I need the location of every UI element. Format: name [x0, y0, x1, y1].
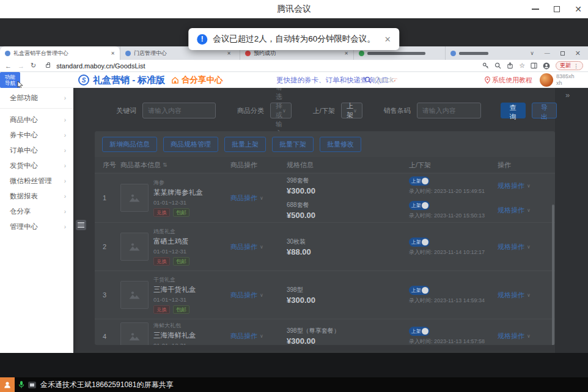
sidebar-item[interactable]: 管理中心 › — [0, 219, 73, 234]
shelf-toggle[interactable]: 上架 — [409, 176, 430, 186]
browser-tab[interactable]: 礼盒营销平台管理中心 ✕ — [0, 46, 120, 60]
spec-action-link[interactable]: 规格操作∨ — [498, 332, 531, 341]
side-panel-icon[interactable] — [531, 62, 537, 69]
entry-time: 录入时间: 2023-11-13 14:57:58 — [409, 338, 498, 345]
user-avatar[interactable] — [540, 73, 553, 87]
goods-action-link[interactable]: 商品操作∨ — [230, 332, 263, 341]
browser-update-button[interactable]: 更新 ⋮ — [556, 61, 583, 70]
shelf-toggle[interactable]: 上架 — [409, 286, 430, 295]
toolbar-button[interactable]: 批量下架 — [272, 137, 314, 152]
browser-minimize-icon[interactable]: — — [545, 50, 550, 56]
product-tag: 海鲜大礼包 — [153, 322, 196, 330]
minimize-icon[interactable] — [532, 9, 539, 10]
bookmark-star-icon[interactable]: ☆ — [519, 62, 525, 69]
badge: 兑换 — [153, 257, 170, 266]
barcode-input[interactable] — [417, 103, 481, 118]
chevron-down-icon: ∨ — [527, 208, 531, 213]
spec-action-link[interactable]: 规格操作∨ — [498, 206, 531, 215]
tab-search-chevron-icon[interactable]: ∨ — [530, 50, 534, 56]
tutorial-link[interactable]: 系统使用教程 — [485, 72, 532, 88]
goods-action-link[interactable]: 商品操作∨ — [230, 194, 263, 203]
tab-close-icon[interactable]: ✕ — [227, 51, 231, 56]
browser-maximize-icon[interactable] — [560, 51, 565, 56]
product-image-placeholder — [120, 233, 149, 261]
browser-tab-partial[interactable] — [445, 46, 501, 60]
export-button[interactable]: 导出 — [532, 103, 557, 118]
collapse-chevrons-icon[interactable]: » — [565, 90, 570, 100]
shelf-select[interactable]: 上架 ∨ — [341, 103, 362, 118]
sidebar-item[interactable]: 商品中心 › — [0, 112, 73, 128]
table-toolbar: 新增商品信息商品规格管理批量上架批量下架批量修改 — [95, 131, 555, 157]
sort-icon[interactable]: ⇅ — [163, 162, 167, 168]
toolbar-button[interactable]: 新增商品信息 — [102, 137, 157, 152]
sidebar-item[interactable]: 发货中心 › — [0, 158, 73, 173]
chevron-right-icon: › — [64, 208, 66, 215]
product-name: 某某牌海参礼盒 — [153, 188, 203, 197]
search-button[interactable]: 查询 — [501, 103, 526, 118]
brand-logo-icon: S — [78, 74, 89, 85]
share-center-link[interactable]: 合分享中心 — [171, 72, 223, 88]
presenter-avatar-icon — [0, 377, 15, 392]
product-info: 干货礼盒 三海干货礼盒 01-01~12-31 兑换包邮 — [120, 271, 230, 319]
profile-icon[interactable] — [543, 62, 550, 70]
goods-action-link[interactable]: 商品操作∨ — [230, 291, 263, 300]
zoom-icon[interactable] — [494, 62, 501, 69]
maximize-icon[interactable] — [554, 6, 560, 12]
tab-close-icon[interactable]: ✕ — [344, 51, 348, 56]
sidebar-item[interactable]: 数据报表 › — [0, 189, 73, 204]
shelf-toggle[interactable]: 上架 — [409, 201, 430, 210]
tab-favicon — [5, 51, 10, 56]
spec-price: ¥300.00 — [287, 186, 409, 195]
refresh-icon[interactable]: ↻ — [31, 62, 36, 70]
house-icon — [171, 76, 179, 84]
forward-icon[interactable]: → — [18, 62, 24, 70]
share-icon[interactable] — [507, 62, 513, 69]
floating-menu-button[interactable] — [76, 220, 86, 230]
password-key-icon[interactable] — [482, 62, 489, 69]
filter-bar: 关键词 商品分类 请选择或输入 ∨ 上/下架 上架 ∨ 销售条码 查询 导出 — [95, 103, 551, 118]
goods-action-link[interactable]: 商品操作∨ — [230, 242, 263, 252]
shelf-toggle[interactable]: 上架 — [409, 238, 430, 247]
toolbar-button[interactable]: 商品规格管理 — [163, 137, 218, 152]
table-row: 3 干货礼盒 三海干货礼盒 01-01~12-31 兑换包邮 商品操作∨ 398… — [95, 270, 555, 319]
toolbar-button[interactable]: 批量修改 — [320, 137, 361, 152]
browser-menu-icon[interactable]: ⋮ — [573, 63, 579, 69]
url-text[interactable]: standard.maboy.cn/GoodsList — [56, 62, 145, 70]
spec-action-link[interactable]: 规格操作∨ — [498, 181, 531, 191]
user-name: 8385xh xh — [556, 73, 575, 87]
spec-price: ¥88.00 — [287, 247, 409, 256]
toolbar-button[interactable]: 批量上架 — [224, 137, 266, 152]
chevron-right-icon: › — [64, 95, 66, 101]
header-shelf: 上/下架 — [409, 161, 431, 169]
sidebar-item[interactable]: 订单中心 › — [0, 143, 73, 158]
close-icon[interactable]: ✕ — [575, 5, 582, 13]
tab-close-icon[interactable]: ✕ — [111, 51, 115, 56]
back-icon[interactable]: ← — [5, 62, 12, 70]
sidebar-item[interactable]: 券卡中心 › — [0, 128, 73, 143]
product-tag: 干货礼盒 — [153, 276, 196, 284]
keyword-input[interactable] — [142, 103, 216, 118]
browser-close-icon[interactable]: ✕ — [575, 49, 581, 57]
sidebar-item[interactable]: 微信粉丝管理 › — [0, 173, 73, 189]
spec-name: 688套餐 — [287, 201, 409, 209]
chevron-down-icon: ∨ — [260, 333, 263, 339]
table-row: 2 鸡蛋礼盒 富硒土鸡蛋 01-01~12-31 兑换包邮 商品操作∨ 30枚装… — [95, 222, 555, 270]
lock-icon — [46, 64, 50, 68]
quick-search[interactable]: Quick — [364, 72, 394, 88]
spec-price: ¥500.00 — [287, 211, 409, 220]
spec-line: 398型（尊享套餐） ¥300.00 上架 录入时间: 2023-11-13 1… — [281, 324, 555, 345]
tab-favicon — [359, 51, 364, 56]
spec-list: 30枚装 ¥88.00 上架 录入时间: 2023-11-14 10:12:17… — [281, 223, 555, 270]
category-select[interactable]: 请选择或输入 ∨ — [270, 103, 292, 118]
share-bar: 金禾通技术王斌18662591081的屏幕共享 — [0, 377, 588, 392]
sidebar-item[interactable]: 仓分享 › — [0, 204, 73, 219]
spec-action-link[interactable]: 规格操作∨ — [498, 242, 531, 252]
sidebar-item[interactable]: 全部功能 › — [0, 90, 73, 109]
chevron-down-icon: ∨ — [353, 108, 357, 114]
spec-name: 30枚装 — [287, 238, 409, 246]
card-scrollbar[interactable] — [552, 205, 554, 345]
toast-close-icon[interactable]: ✕ — [384, 35, 391, 44]
shelf-toggle[interactable]: 上架 — [409, 327, 430, 336]
chevron-right-icon: › — [64, 193, 66, 200]
spec-action-link[interactable]: 规格操作∨ — [498, 291, 531, 300]
